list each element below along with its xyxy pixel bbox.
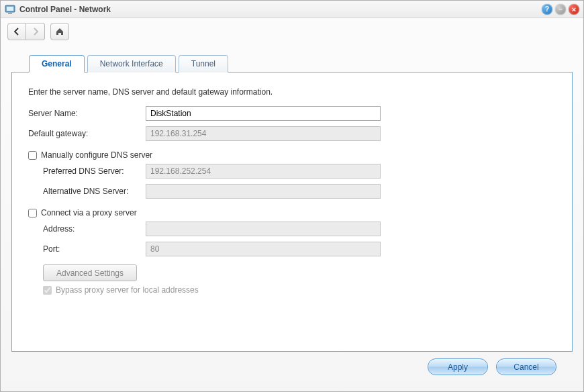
forward-button[interactable]: [26, 23, 45, 40]
manual-dns-checkbox[interactable]: [28, 151, 37, 160]
proxy-port-label: Port:: [28, 244, 146, 254]
alt-dns-input: [146, 184, 381, 199]
home-button[interactable]: [50, 23, 69, 40]
cancel-button[interactable]: Cancel: [496, 358, 556, 375]
tab-general[interactable]: General: [29, 55, 85, 72]
proxy-port-input: [146, 242, 381, 256]
server-name-input[interactable]: [146, 106, 381, 121]
intro-text: Enter the server name, DNS server and de…: [28, 87, 556, 97]
proxy-address-label: Address:: [28, 224, 146, 234]
default-gateway-input: [146, 126, 381, 141]
app-icon: [5, 4, 15, 15]
tab-tunnel[interactable]: Tunnel: [179, 55, 228, 72]
proxy-address-input: [146, 222, 381, 236]
preferred-dns-input: [146, 164, 381, 179]
proxy-checkbox[interactable]: [28, 209, 37, 217]
tabpanel-general: Enter the server name, DNS server and de…: [11, 72, 573, 352]
advanced-settings-button: Advanced Settings: [43, 264, 137, 281]
window-title: Control Panel - Network: [19, 5, 539, 14]
close-icon[interactable]: [569, 4, 579, 15]
proxy-label: Connect via a proxy server: [41, 208, 137, 217]
tabs: General Network Interface Tunnel: [11, 54, 573, 72]
body: General Network Interface Tunnel Enter t…: [1, 45, 583, 391]
preferred-dns-label: Preferred DNS Server:: [28, 166, 146, 176]
nav-group: [7, 23, 45, 40]
manual-dns-label: Manually configure DNS server: [41, 150, 152, 160]
toolbar: [1, 18, 583, 45]
apply-button[interactable]: Apply: [428, 358, 488, 375]
default-gateway-label: Default gateway:: [28, 129, 146, 138]
tab-network-interface[interactable]: Network Interface: [87, 55, 176, 72]
titlebar: Control Panel - Network: [1, 1, 583, 18]
bypass-proxy-checkbox: [43, 286, 52, 295]
back-button[interactable]: [7, 23, 26, 40]
minimize-icon[interactable]: [555, 4, 566, 15]
svg-rect-1: [7, 7, 13, 11]
help-icon[interactable]: [542, 4, 552, 15]
server-name-label: Server Name:: [28, 109, 146, 118]
svg-rect-2: [8, 13, 12, 14]
alt-dns-label: Alternative DNS Server:: [28, 187, 146, 196]
footer: Apply Cancel: [11, 352, 573, 385]
bypass-proxy-label: Bypass proxy server for local addresses: [56, 285, 199, 295]
window: Control Panel - Network General Network …: [0, 0, 584, 392]
